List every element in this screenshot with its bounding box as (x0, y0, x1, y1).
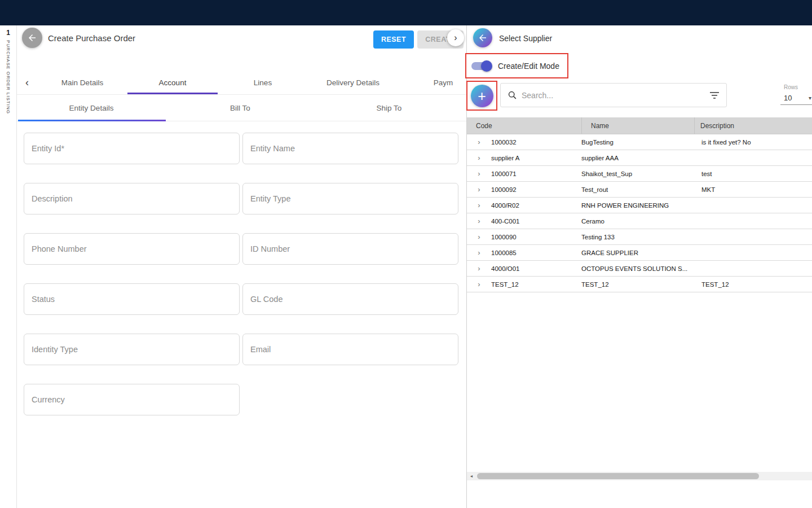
create-edit-mode-annotation: Create/Edit Mode (465, 53, 568, 78)
filter-icon[interactable] (709, 91, 720, 99)
horizontal-scrollbar[interactable]: ◄ (467, 472, 812, 480)
row-expand-icon[interactable]: › (478, 248, 480, 257)
cell-description: test (694, 170, 812, 177)
table-row[interactable]: › 1000085 GRACE SUPPLIER (467, 245, 812, 261)
supplier-search-bar (500, 83, 727, 107)
supplier-back-button[interactable] (473, 28, 492, 47)
cell-description: MKT (694, 186, 812, 193)
currency-field[interactable] (24, 384, 240, 415)
tab-account[interactable]: Account (127, 71, 218, 94)
table-row[interactable]: › 1000092 Test_rout MKT (467, 182, 812, 198)
supplier-table-header: Code Name Description (467, 117, 812, 134)
table-row[interactable]: › 4000/O01 OCTOPUS EVENTS SOLUTION S... (467, 261, 812, 277)
subtab-bar: Entity Details Bill To Ship To (17, 95, 466, 121)
identity-type-field[interactable] (24, 334, 240, 365)
purchase-order-panel: Create Purchase Order RESET CREATE ‹ Mai… (17, 25, 466, 508)
tab-payment[interactable]: Paym (398, 71, 466, 94)
back-button[interactable] (22, 28, 42, 48)
cell-code: 1000090 (491, 234, 581, 240)
cell-code: 1000092 (491, 186, 581, 193)
cell-code: 4000/O01 (491, 265, 581, 272)
cell-name: supplier AAA (581, 155, 694, 161)
create-edit-mode-label: Create/Edit Mode (498, 62, 559, 71)
tabs: Main Details Account Lines Delivery Deta… (37, 71, 466, 94)
cell-code: 1000032 (491, 139, 581, 146)
rows-value: 10 (784, 94, 792, 102)
cell-code: 1000071 (491, 170, 581, 177)
add-supplier-button[interactable]: + (471, 85, 493, 107)
subtab-bill-to[interactable]: Bill To (166, 95, 315, 121)
tab-lines[interactable]: Lines (218, 71, 308, 94)
phone-number-field[interactable] (24, 233, 240, 265)
table-row[interactable]: › 400-C001 Ceramo (467, 213, 812, 229)
cell-code: 400-C001 (491, 218, 581, 225)
cell-code: 4000/R02 (491, 202, 581, 209)
tab-delivery-details[interactable]: Delivery Details (308, 71, 398, 94)
left-rail: 1 PURCHASE ORDER LISTING (0, 25, 17, 508)
cell-name: BugTesting (581, 139, 694, 146)
row-expand-icon[interactable]: › (478, 280, 480, 288)
rows-label: Rows (780, 84, 812, 90)
cell-name: Testing 133 (581, 234, 694, 240)
row-expand-icon[interactable]: › (478, 233, 480, 241)
subtab-ship-to[interactable]: Ship To (315, 95, 464, 121)
gl-code-field[interactable] (242, 283, 458, 315)
column-header-description: Description (694, 117, 812, 134)
search-icon (508, 90, 517, 100)
cell-description: TEST_12 (694, 281, 812, 288)
scrollbar-left-arrow[interactable]: ◄ (467, 472, 476, 480)
cell-name: OCTOPUS EVENTS SOLUTION S... (581, 265, 694, 272)
table-row[interactable]: › 1000032 BugTesting is it fixed yet? No (467, 134, 812, 150)
entity-name-field[interactable] (242, 133, 458, 164)
entity-type-field[interactable] (242, 183, 458, 214)
arrow-left-icon (27, 33, 37, 43)
supplier-panel: Select Supplier Create/Edit Mode + Rows … (466, 25, 812, 508)
row-expand-icon[interactable]: › (478, 217, 480, 225)
row-expand-icon[interactable]: › (478, 185, 480, 194)
toggle-thumb (481, 60, 492, 72)
description-field[interactable] (24, 183, 240, 214)
cell-description: is it fixed yet? No (694, 139, 812, 146)
cell-code: 1000085 (491, 249, 581, 256)
table-row[interactable]: › TEST_12 TEST_12 TEST_12 (467, 277, 812, 292)
column-header-name: Name (581, 117, 694, 134)
subtab-entity-details[interactable]: Entity Details (17, 95, 166, 121)
chevron-left-icon[interactable]: ‹ (17, 71, 37, 94)
column-header-code: Code (467, 122, 581, 130)
row-expand-icon[interactable]: › (478, 138, 480, 146)
cell-name: Test_rout (581, 186, 694, 193)
table-row[interactable]: › 4000/R02 RNH POWER ENGINEERING (467, 198, 812, 213)
scrollbar-thumb[interactable] (477, 473, 759, 479)
table-row[interactable]: › 1000090 Testing 133 (467, 229, 812, 245)
tab-bar: ‹ Main Details Account Lines Delivery De… (17, 71, 466, 95)
row-expand-icon[interactable]: › (478, 264, 480, 273)
caret-down-icon: ▾ (809, 95, 811, 101)
table-row[interactable]: › supplier A supplier AAA (467, 150, 812, 166)
rail-number: 1 (0, 29, 16, 37)
cell-name: Shaikot_test_Sup (581, 170, 694, 177)
entity-id-field[interactable] (24, 133, 240, 164)
rows-per-page-select[interactable]: Rows 10 ▾ (780, 84, 812, 105)
rail-label: PURCHASE ORDER LISTING (6, 40, 11, 114)
cell-name: RNH POWER ENGINEERING (581, 202, 694, 209)
status-field[interactable] (24, 283, 240, 315)
supplier-panel-title: Select Supplier (499, 34, 552, 43)
row-expand-icon[interactable]: › (478, 154, 480, 162)
row-expand-icon[interactable]: › (478, 201, 480, 209)
entity-details-form (24, 133, 458, 415)
row-expand-icon[interactable]: › (478, 169, 480, 178)
tab-main-details[interactable]: Main Details (37, 71, 127, 94)
add-supplier-annotation: + (466, 81, 497, 111)
create-edit-mode-toggle[interactable] (471, 62, 491, 70)
table-row[interactable]: › 1000071 Shaikot_test_Sup test (467, 166, 812, 182)
search-input[interactable] (522, 91, 709, 100)
arrow-left-icon (478, 33, 488, 43)
page-title: Create Purchase Order (48, 33, 135, 43)
cell-name: Ceramo (581, 218, 694, 225)
reset-button[interactable]: RESET (373, 30, 414, 49)
top-nav-bar (0, 0, 812, 25)
id-number-field[interactable] (242, 233, 458, 265)
chevron-right-icon[interactable]: › (447, 29, 464, 46)
cell-code: supplier A (491, 155, 581, 161)
email-field[interactable] (242, 334, 458, 365)
